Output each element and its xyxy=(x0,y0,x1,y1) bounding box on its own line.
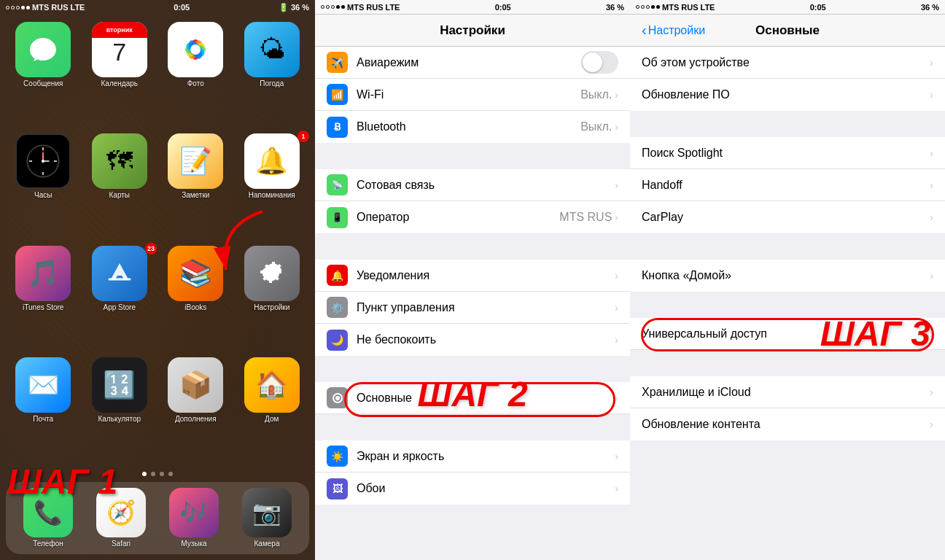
weather-label: Погода xyxy=(260,79,284,88)
settings-item-airplane[interactable]: ✈️ Авиарежим xyxy=(315,47,630,79)
settings-list: ✈️ Авиарежим 📶 Wi-Fi Выкл. › Ƀ Blueto xyxy=(315,47,630,560)
battery-icon: 🔋 xyxy=(279,3,289,12)
carplay-chevron: › xyxy=(930,211,933,223)
general-item-about[interactable]: Об этом устройстве › xyxy=(630,47,945,79)
phone-label: Телефон xyxy=(33,540,63,548)
display-label: Экран и яркость xyxy=(357,450,615,463)
calendar-day: 7 xyxy=(112,38,126,64)
general-chevron: › xyxy=(615,392,618,404)
carplay-label: CarPlay xyxy=(642,211,930,224)
signal-dot xyxy=(641,5,645,9)
status-bar-3: MTS RUS LTE 0:05 36 % xyxy=(630,0,945,15)
status-bar-1: MTS RUS LTE 0:05 🔋 36 % xyxy=(0,0,315,15)
bluetooth-icon: Ƀ xyxy=(327,117,348,138)
carrier2: MTS RUS xyxy=(347,3,384,12)
cellular-icon: 📡 xyxy=(327,174,348,195)
settings-item-cellular[interactable]: 📡 Сотовая связь › xyxy=(315,169,630,201)
settings-item-notifications[interactable]: 🔔 Уведомления › xyxy=(315,260,630,292)
airplane-toggle[interactable] xyxy=(581,51,618,74)
chevron-back-icon: ‹ xyxy=(642,22,647,39)
music-icon: 🎶 xyxy=(169,488,219,537)
settings-item-bluetooth[interactable]: Ƀ Bluetooth Выкл. › xyxy=(315,111,630,143)
safari-label: Safari xyxy=(112,540,131,548)
extras-icon: 📦 xyxy=(168,357,223,413)
back-button[interactable]: ‹ Настройки xyxy=(642,22,705,39)
spotlight-label: Поиск Spotlight xyxy=(642,147,930,160)
wifi-icon: 📶 xyxy=(327,84,348,105)
messages-icon xyxy=(15,22,71,77)
general-item-spotlight[interactable]: Поиск Spotlight › xyxy=(630,137,945,169)
signal-dot xyxy=(321,5,324,9)
app-home[interactable]: 🏠 Дом xyxy=(238,357,307,462)
photos-label: Фото xyxy=(187,79,204,88)
app-appstore[interactable]: 23 App Store xyxy=(85,246,155,350)
status-left-3: MTS RUS LTE xyxy=(636,3,715,12)
appstore-label: App Store xyxy=(104,303,136,312)
signal-dot xyxy=(341,5,345,9)
spotlight-chevron: › xyxy=(930,147,933,159)
svg-point-16 xyxy=(42,160,44,163)
notes-label: Заметки xyxy=(182,191,209,200)
app-clock[interactable]: Часы xyxy=(9,133,78,238)
carrier3: MTS RUS xyxy=(662,3,699,12)
general-item-storage[interactable]: Хранилище и iCloud › xyxy=(630,376,945,408)
status-right-2: 36 % xyxy=(606,3,624,12)
general-item-bg-update[interactable]: Обновление контента › xyxy=(630,408,945,440)
app-mail[interactable]: ✉️ Почта xyxy=(9,357,78,462)
app-photos[interactable]: Фото xyxy=(161,22,230,126)
signal-dot xyxy=(651,5,655,9)
section-gap-2 xyxy=(315,234,630,260)
step1-label: ШАГ 1 xyxy=(7,462,117,502)
carrier-text: MTS RUS xyxy=(32,3,69,12)
signal-dot xyxy=(21,6,25,9)
mail-icon: ✉️ xyxy=(15,357,71,413)
signal-dot xyxy=(656,5,660,9)
bluetooth-value: Выкл. xyxy=(580,120,612,133)
page-dot-2 xyxy=(151,472,155,476)
wallpaper-label: Обои xyxy=(357,482,615,495)
section-gap-1 xyxy=(315,144,630,169)
home-icon: 🏠 xyxy=(244,357,300,413)
cellular-chevron: › xyxy=(615,179,618,191)
update-label: Обновление ПО xyxy=(642,88,930,101)
app-calendar[interactable]: вторник 7 Календарь xyxy=(85,22,155,126)
calendar-icon: вторник 7 xyxy=(92,22,147,77)
general-gap-2 xyxy=(630,234,945,260)
page-dot-4 xyxy=(168,472,173,476)
settings-item-display[interactable]: ☀️ Экран и яркость › xyxy=(315,440,630,472)
signal-dot xyxy=(636,5,639,9)
appstore-icon xyxy=(92,246,147,301)
reminders-badge: 1 xyxy=(298,131,309,142)
general-item-handoff[interactable]: Handoff › xyxy=(630,169,945,201)
settings-item-carrier[interactable]: 📱 Оператор MTS RUS › xyxy=(315,201,630,233)
general-item-update[interactable]: Обновление ПО › xyxy=(630,79,945,111)
settings-item-wifi[interactable]: 📶 Wi-Fi Выкл. › xyxy=(315,79,630,111)
settings-section-2: 📡 Сотовая связь › 📱 Оператор MTS RUS › xyxy=(315,169,630,233)
status-bar-2: MTS RUS LTE 0:05 36 % xyxy=(315,0,630,15)
signal-dot xyxy=(326,5,330,9)
app-calculator[interactable]: 🔢 Калькулятор xyxy=(85,357,155,462)
settings-nav-bar: Настройки xyxy=(315,15,630,47)
app-weather[interactable]: 🌤 Погода xyxy=(238,22,307,126)
calculator-label: Калькулятор xyxy=(98,415,141,424)
general-gap-4 xyxy=(630,351,945,376)
dock-camera[interactable]: 📷 Камера xyxy=(242,488,292,548)
general-item-home-btn[interactable]: Кнопка «Домой» › xyxy=(630,260,945,292)
general-item-carplay[interactable]: CarPlay › xyxy=(630,201,945,233)
general-nav-bar: ‹ Настройки Основные xyxy=(630,15,945,47)
general-gap-1 xyxy=(630,112,945,137)
app-messages[interactable]: Сообщения xyxy=(9,22,78,126)
status-left: MTS RUS LTE xyxy=(6,3,85,12)
storage-label: Хранилище и iCloud xyxy=(642,386,930,399)
settings-item-wallpaper[interactable]: 🖼 Обои › xyxy=(315,472,630,505)
dock-music[interactable]: 🎶 Музыка xyxy=(169,488,219,548)
wallpaper-icon: 🖼 xyxy=(327,478,348,499)
app-itunes[interactable]: 🎵 iTunes Store xyxy=(9,246,78,350)
settings-item-control[interactable]: ⚙️ Пункт управления › xyxy=(315,292,630,324)
app-maps[interactable]: 🗺 Карты xyxy=(85,133,155,238)
signal-dots xyxy=(6,6,30,9)
settings-item-dnd[interactable]: 🌙 Не беспокоить › xyxy=(315,324,630,356)
bluetooth-chevron: › xyxy=(615,121,618,133)
app-extras[interactable]: 📦 Дополнения xyxy=(161,357,230,462)
battery3: 36 % xyxy=(921,3,939,12)
